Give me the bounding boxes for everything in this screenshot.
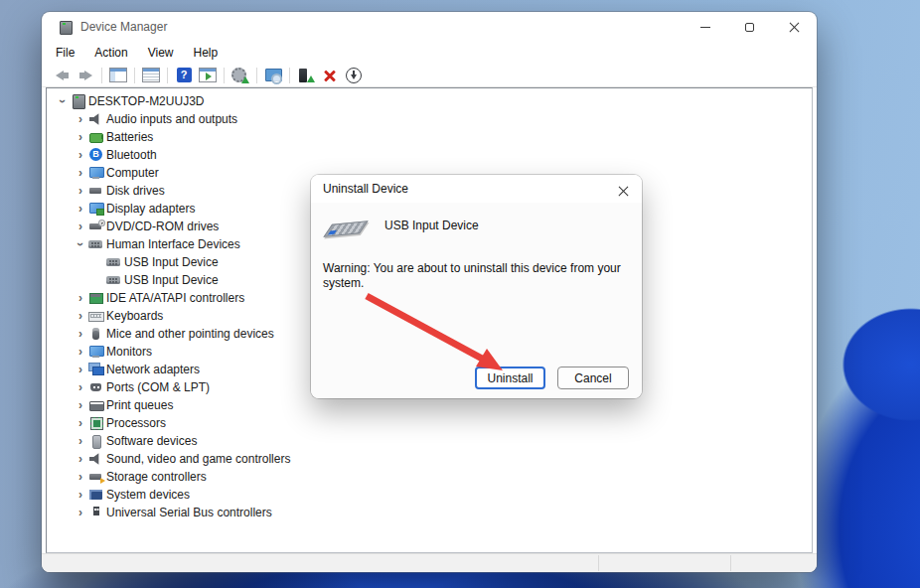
titlebar: Device Manager bbox=[42, 12, 817, 42]
toolbar-separator bbox=[256, 68, 257, 83]
storage-icon bbox=[88, 470, 104, 484]
cancel-button[interactable]: Cancel bbox=[557, 367, 629, 389]
maximize-icon bbox=[745, 23, 754, 32]
chevron-collapsed-icon[interactable] bbox=[73, 129, 88, 145]
status-bar bbox=[42, 553, 817, 572]
uninstall-device-icon[interactable] bbox=[319, 65, 341, 86]
minimize-button[interactable] bbox=[683, 12, 727, 42]
tree-item[interactable]: Storage controllers bbox=[47, 468, 812, 486]
device-row: USB Input Device bbox=[323, 215, 630, 250]
tree-item[interactable]: Universal Serial Bus controllers bbox=[47, 504, 812, 521]
toolbar-separator bbox=[167, 68, 168, 83]
chevron-collapsed-icon[interactable] bbox=[73, 451, 88, 467]
tree-item-label: Ports (COM & LPT) bbox=[106, 380, 210, 394]
device-name: USB Input Device bbox=[384, 219, 479, 232]
tree-item[interactable]: Print queues bbox=[47, 396, 812, 414]
menu-bar: FileActionViewHelp bbox=[42, 42, 817, 64]
tree-item-label: Universal Serial Bus controllers bbox=[106, 506, 272, 519]
tree-item-label: Network adapters bbox=[106, 363, 200, 376]
toolbar-separator bbox=[134, 68, 135, 83]
tree-item[interactable]: Processors bbox=[47, 414, 812, 432]
processor-icon bbox=[88, 416, 104, 430]
chevron-collapsed-icon[interactable] bbox=[73, 308, 88, 324]
menu-help[interactable]: Help bbox=[184, 42, 229, 64]
computer-icon bbox=[88, 166, 104, 180]
tree-item[interactable]: Audio inputs and outputs bbox=[47, 110, 812, 128]
uninstall-button[interactable]: Uninstall bbox=[475, 367, 545, 389]
chevron-collapsed-icon[interactable] bbox=[73, 433, 88, 449]
dialog-close-button[interactable] bbox=[612, 180, 634, 202]
printer-icon bbox=[88, 398, 104, 412]
keyboard-icon bbox=[88, 309, 104, 323]
window-title: Device Manager bbox=[80, 20, 167, 34]
chevron-collapsed-icon[interactable] bbox=[73, 111, 88, 127]
chevron-expanded-icon[interactable] bbox=[55, 93, 71, 109]
monitor-icon bbox=[88, 345, 104, 359]
battery-icon bbox=[88, 130, 104, 144]
chevron-collapsed-icon[interactable] bbox=[73, 183, 88, 199]
help-icon[interactable] bbox=[173, 65, 195, 86]
chevron-collapsed-icon[interactable] bbox=[73, 415, 88, 431]
update-driver-icon[interactable] bbox=[230, 65, 251, 86]
menu-file[interactable]: File bbox=[46, 42, 84, 64]
minimize-icon bbox=[700, 27, 710, 28]
display-icon bbox=[88, 202, 104, 216]
mouse-icon bbox=[88, 327, 104, 341]
chevron-spacer bbox=[90, 254, 106, 270]
tree-item[interactable]: Batteries bbox=[47, 128, 812, 146]
maximize-button[interactable] bbox=[727, 12, 772, 42]
chevron-collapsed-icon[interactable] bbox=[73, 487, 88, 503]
software-icon bbox=[88, 434, 104, 448]
network-icon bbox=[88, 363, 104, 376]
dialog-title: Uninstall Device bbox=[323, 182, 408, 196]
menu-view[interactable]: View bbox=[138, 42, 184, 64]
toolbar-separator bbox=[101, 68, 102, 83]
close-button[interactable] bbox=[772, 12, 817, 42]
tree-item-label: Software devices bbox=[106, 434, 197, 448]
usb-icon bbox=[88, 506, 104, 519]
scan-hardware-changes-icon[interactable] bbox=[262, 65, 284, 86]
update-device-driver-icon[interactable] bbox=[295, 65, 317, 86]
tree-item[interactable]: System devices bbox=[47, 486, 812, 504]
tree-item-label: Sound, video and game controllers bbox=[106, 452, 290, 466]
forward-icon[interactable] bbox=[75, 65, 96, 86]
tree-item[interactable]: Sound, video and game controllers bbox=[47, 450, 812, 468]
sound-icon bbox=[88, 452, 104, 466]
toolbar-separator bbox=[224, 68, 225, 83]
tree-item-label: Bluetooth bbox=[106, 148, 157, 162]
chevron-collapsed-icon[interactable] bbox=[73, 290, 88, 306]
tree-item-label: USB Input Device bbox=[124, 273, 219, 287]
tree-item-label: DESKTOP-M2UUJ3D bbox=[88, 94, 204, 108]
back-icon[interactable] bbox=[51, 65, 73, 86]
system-icon bbox=[88, 488, 104, 502]
tree-item-label: Batteries bbox=[106, 130, 153, 144]
device-manager-app-icon bbox=[58, 20, 73, 34]
tree-item[interactable]: Software devices bbox=[47, 432, 812, 450]
usb-keyboard-device-icon bbox=[323, 220, 368, 236]
tree-item-label: USB Input Device bbox=[124, 255, 219, 269]
tree-item-label: Keyboards bbox=[106, 309, 163, 323]
chevron-collapsed-icon[interactable] bbox=[73, 201, 88, 217]
show-action-pane-icon[interactable] bbox=[197, 65, 219, 86]
chevron-collapsed-icon[interactable] bbox=[73, 147, 88, 163]
chevron-collapsed-icon[interactable] bbox=[73, 219, 88, 234]
chevron-collapsed-icon[interactable] bbox=[73, 505, 88, 520]
tree-item-label: System devices bbox=[106, 488, 190, 502]
chevron-collapsed-icon[interactable] bbox=[73, 362, 88, 377]
chevron-collapsed-icon[interactable] bbox=[73, 326, 88, 342]
tree-item[interactable]: Bluetooth bbox=[47, 146, 812, 164]
properties-icon[interactable] bbox=[140, 65, 162, 86]
tree-item[interactable]: DESKTOP-M2UUJ3D bbox=[47, 92, 812, 110]
disk-icon bbox=[88, 184, 104, 198]
show-console-tree-icon[interactable] bbox=[107, 65, 129, 86]
audio-icon bbox=[88, 112, 104, 126]
chevron-collapsed-icon[interactable] bbox=[73, 469, 88, 485]
chevron-collapsed-icon[interactable] bbox=[73, 397, 88, 413]
close-icon bbox=[618, 186, 629, 197]
chevron-collapsed-icon[interactable] bbox=[73, 379, 88, 395]
chevron-collapsed-icon[interactable] bbox=[73, 165, 88, 181]
chevron-collapsed-icon[interactable] bbox=[73, 344, 88, 360]
menu-action[interactable]: Action bbox=[84, 42, 137, 64]
chevron-expanded-icon[interactable] bbox=[73, 236, 88, 252]
disable-device-icon[interactable] bbox=[343, 65, 365, 86]
